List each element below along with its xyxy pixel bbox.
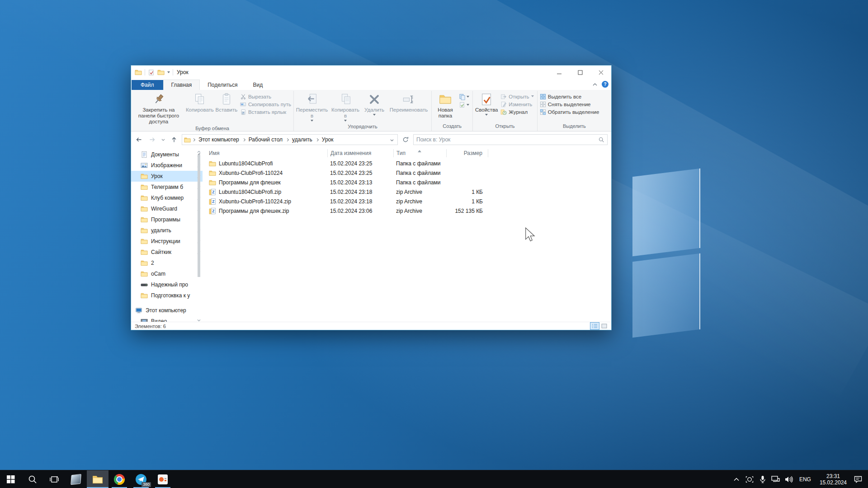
folder-icon	[141, 238, 148, 245]
column-header-name[interactable]: Имя	[206, 149, 327, 157]
scrollbar-thumb[interactable]	[198, 155, 200, 277]
sidebar-item-podgotovka[interactable]: Подготоквка к у	[131, 290, 203, 301]
pin-to-quick-access-button[interactable]: Закрепить на панели быстрого доступа	[132, 92, 185, 126]
copy-path-icon	[240, 101, 246, 108]
new-folder-button[interactable]: Новая папка	[433, 92, 458, 120]
sidebar-item-klub[interactable]: Клуб коммер	[131, 192, 203, 203]
taskbar-chrome-button[interactable]	[108, 470, 130, 488]
sidebar-scrollbar[interactable]	[197, 149, 201, 321]
select-none-button[interactable]: Снять выделение	[538, 101, 601, 108]
search-icon	[28, 475, 37, 484]
taskbar-clock[interactable]: 23:31 15.02.2024	[817, 473, 849, 486]
start-button[interactable]	[0, 470, 22, 488]
sidebar-item-urok[interactable]: Урок	[131, 171, 203, 182]
column-headers: Имя Дата изменения Тип Размер	[206, 148, 611, 159]
column-header-modified[interactable]: Дата изменения	[327, 149, 393, 157]
easy-access-button[interactable]	[458, 101, 470, 109]
breadcrumb[interactable]: Этот компьютер Рабочий стол удалить Урок	[182, 134, 398, 145]
tab-share[interactable]: Поделиться	[200, 80, 245, 90]
taskbar-ocam-button[interactable]	[152, 470, 174, 488]
new-item-button[interactable]	[458, 93, 470, 101]
taskbar-telegram-button[interactable]: 380	[130, 470, 152, 488]
microphone-icon[interactable]	[758, 474, 767, 485]
help-icon[interactable]: ?	[602, 81, 609, 88]
breadcrumb-item-this-pc[interactable]: Этот компьютер	[197, 136, 241, 144]
breadcrumb-chevron-icon[interactable]	[242, 138, 245, 141]
file-row[interactable]: Lubuntu1804ClubProfi 15.02.2024 23:25 Па…	[206, 159, 611, 168]
breadcrumb-chevron-icon[interactable]	[316, 138, 319, 141]
breadcrumb-item-urok[interactable]: Урок	[320, 136, 335, 144]
sidebar-item-udalit[interactable]: удалить	[131, 225, 203, 236]
recent-locations-caret-icon[interactable]	[160, 134, 166, 145]
breadcrumb-chevron-icon[interactable]	[286, 138, 289, 141]
breadcrumb-item-desktop[interactable]: Рабочий стол	[247, 136, 284, 144]
tab-home[interactable]: Главная	[163, 80, 200, 90]
file-list[interactable]: Имя Дата изменения Тип Размер Lubuntu180…	[203, 148, 611, 322]
scroll-down-icon[interactable]	[197, 317, 201, 321]
back-button[interactable]	[133, 134, 145, 145]
sidebar-item-ocam[interactable]: oCam	[131, 268, 203, 279]
sidebar-item-saitkik[interactable]: Сайткик	[131, 247, 203, 258]
properties-button[interactable]: Свойства	[474, 92, 499, 118]
file-row[interactable]: Xubuntu-ClubProfi-110224.zip 15.02.2024 …	[206, 197, 611, 206]
invert-selection-icon	[540, 109, 546, 115]
edit-button: Изменить	[499, 101, 535, 108]
maximize-button[interactable]	[570, 66, 590, 79]
search-input[interactable]	[414, 136, 599, 143]
breadcrumb-chevron-icon[interactable]	[192, 138, 195, 141]
collapse-ribbon-icon[interactable]	[593, 83, 597, 86]
tab-file[interactable]: Файл	[132, 80, 163, 90]
search-icon[interactable]	[599, 137, 604, 143]
sidebar-item-2[interactable]: 2	[131, 258, 203, 268]
copy-path-button: Скопировать путь	[239, 101, 292, 108]
properties-icon[interactable]	[148, 69, 155, 76]
file-row[interactable]: Lubuntu1804ClubProfi.zip 15.02.2024 23:1…	[206, 187, 611, 197]
taskbar-search-button[interactable]	[22, 470, 43, 488]
network-icon[interactable]	[771, 474, 780, 485]
dropdown-caret-icon	[531, 95, 534, 99]
minimize-button[interactable]	[549, 66, 570, 79]
volume-icon[interactable]	[784, 474, 793, 485]
select-all-button[interactable]: Выделить все	[538, 93, 601, 100]
explorer-main-area: Документы Изображени Урок Телеграмм б Кл	[131, 148, 611, 322]
history-button[interactable]: Журнал	[499, 108, 535, 116]
refresh-button[interactable]	[400, 134, 411, 145]
sidebar-item-nadezhny[interactable]: Надежный про	[131, 279, 203, 290]
breadcrumb-item-udalit[interactable]: удалить	[290, 136, 314, 144]
address-bar-row: Этот компьютер Рабочий стол удалить Урок	[131, 131, 611, 148]
customize-qat-caret-icon[interactable]	[167, 71, 170, 75]
up-button[interactable]	[168, 134, 180, 145]
sidebar-item-pictures[interactable]: Изображени	[131, 160, 203, 171]
ribbon: Закрепить на панели быстрого доступа Коп…	[131, 90, 611, 131]
open-button: Открыть	[499, 93, 535, 100]
sidebar-item-programmy[interactable]: Программы	[131, 214, 203, 225]
close-button[interactable]	[590, 66, 611, 79]
new-folder-qat-icon[interactable]	[157, 69, 165, 76]
sidebar-item-wireguard[interactable]: WireGuard	[131, 203, 203, 214]
taskbar-file-explorer-button[interactable]	[87, 470, 108, 488]
action-center-icon[interactable]	[854, 474, 863, 485]
file-row[interactable]: Xubuntu-ClubProfi-110224 15.02.2024 23:2…	[206, 168, 611, 178]
details-view-button[interactable]	[590, 323, 599, 329]
file-row[interactable]: Программы для флешек 15.02.2024 23:13 Па…	[206, 178, 611, 187]
invert-selection-button[interactable]: Обратить выделение	[538, 108, 601, 116]
scroll-up-icon[interactable]	[197, 149, 201, 152]
sidebar-item-telegram[interactable]: Телеграмм б	[131, 182, 203, 192]
search-box[interactable]	[413, 134, 608, 145]
hidden-icons-chevron[interactable]	[732, 474, 741, 485]
taskbar-media-app-button[interactable]	[65, 470, 87, 488]
title-bar[interactable]: Урок	[131, 66, 611, 79]
column-header-size[interactable]: Размер	[446, 149, 488, 157]
ocam-tray-icon[interactable]	[745, 474, 754, 485]
sidebar-item-this-pc[interactable]: Этот компьютер	[131, 305, 203, 316]
task-view-button[interactable]	[43, 470, 65, 488]
thumbnails-view-button[interactable]	[600, 323, 609, 329]
copy-button: Копировать	[185, 92, 214, 114]
sidebar-item-instrukcii[interactable]: Инструкции	[131, 236, 203, 247]
file-row[interactable]: Программы для флешек.zip 15.02.2024 23:0…	[206, 206, 611, 216]
tab-view[interactable]: Вид	[245, 80, 270, 90]
sidebar-item-video[interactable]: Видео	[131, 316, 203, 322]
address-dropdown-caret-icon[interactable]	[387, 136, 396, 143]
sidebar-item-documents[interactable]: Документы	[131, 149, 203, 160]
language-indicator[interactable]: ENG	[797, 476, 813, 483]
